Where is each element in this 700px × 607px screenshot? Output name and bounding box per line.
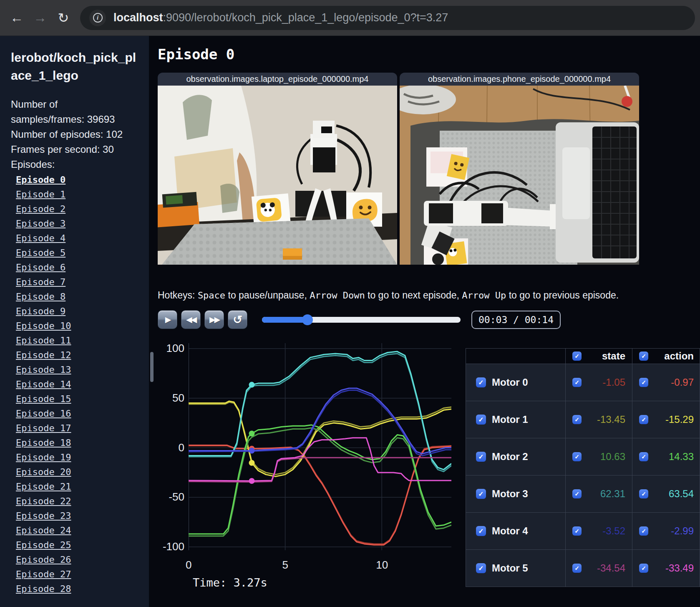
action-value-checkbox[interactable]: ✓ — [639, 489, 648, 498]
episode-link[interactable]: Episode 6 — [16, 262, 65, 273]
state-value: -34.54 — [597, 562, 625, 574]
action-value: -33.49 — [665, 562, 694, 574]
episode-list-item: Episode 16 — [11, 407, 139, 421]
episode-list: Episode 0Episode 1Episode 2Episode 3Epis… — [11, 173, 139, 597]
motor-row-checkbox[interactable]: ✓ — [476, 563, 486, 573]
episode-link[interactable]: Episode 27 — [16, 569, 71, 579]
state-value-checkbox[interactable]: ✓ — [572, 415, 582, 424]
state-value-checkbox[interactable]: ✓ — [572, 378, 582, 387]
motor-row-checkbox[interactable]: ✓ — [476, 377, 486, 387]
episode-link[interactable]: Episode 0 — [16, 175, 65, 185]
episode-link[interactable]: Episode 3 — [16, 218, 65, 229]
episode-link[interactable]: Episode 11 — [16, 335, 71, 346]
state-value: -3.52 — [602, 525, 625, 537]
episode-list-item: Episode 13 — [11, 363, 139, 377]
episode-link[interactable]: Episode 20 — [16, 467, 71, 477]
reload-icon[interactable]: ↻ — [52, 6, 75, 30]
motor-row-checkbox[interactable]: ✓ — [476, 489, 486, 499]
fast-forward-icon: ▶▶ — [209, 315, 219, 324]
dataset-stat: Number of — [11, 97, 139, 112]
episode-link[interactable]: Episode 7 — [16, 277, 65, 287]
action-value-checkbox[interactable]: ✓ — [639, 378, 648, 387]
motor-row-checkbox[interactable]: ✓ — [476, 415, 486, 425]
cursor-dot-motor-1 — [249, 460, 254, 466]
loop-button[interactable]: ↺ — [228, 310, 247, 329]
episode-link[interactable]: Episode 8 — [16, 291, 65, 302]
slider-thumb[interactable] — [302, 314, 313, 325]
episode-link[interactable]: Episode 25 — [16, 540, 71, 550]
episode-link[interactable]: Episode 14 — [16, 379, 71, 389]
y-axis-tick: -50 — [158, 491, 184, 503]
motor-label-cell: ✓Motor 2 — [466, 438, 565, 475]
video-panel-phone: observation.images.phone_episode_000000.… — [400, 73, 639, 265]
hotkeys-segment: to go to next episode, — [365, 290, 462, 301]
episode-list-item: Episode 11 — [11, 334, 139, 348]
state-header-cell: ✓ state — [565, 349, 632, 364]
episode-link[interactable]: Episode 21 — [16, 481, 71, 492]
state-value-checkbox[interactable]: ✓ — [572, 564, 582, 573]
motor-row: ✓Motor 0✓-1.05✓-0.97 — [466, 364, 700, 401]
motor-row-checkbox[interactable]: ✓ — [476, 452, 486, 462]
episode-list-item: Episode 14 — [11, 377, 139, 392]
episode-link[interactable]: Episode 26 — [16, 554, 71, 565]
motor-row-checkbox[interactable]: ✓ — [476, 526, 486, 536]
action-value: 63.54 — [669, 488, 694, 500]
rewind-button[interactable]: ◀◀ — [181, 310, 201, 329]
motor-row: ✓Motor 5✓-34.54✓-33.49 — [466, 550, 700, 587]
controller-device — [158, 192, 199, 228]
episode-link[interactable]: Episode 10 — [16, 321, 71, 331]
action-header-cell: ✓ action — [632, 349, 700, 364]
state-value-checkbox[interactable]: ✓ — [572, 526, 582, 536]
main-scrollbar-thumb[interactable] — [150, 352, 154, 382]
address-bar[interactable]: i localhost:9090/lerobot/koch_pick_place… — [80, 6, 695, 30]
episode-link[interactable]: Episode 12 — [16, 350, 71, 360]
state-header-label: state — [602, 350, 625, 362]
fast-forward-button[interactable]: ▶▶ — [204, 310, 224, 329]
back-icon[interactable]: ← — [5, 6, 28, 30]
hotkeys-help: Hotkeys: Space to pause/unpause, Arrow D… — [158, 290, 700, 301]
episode-link[interactable]: Episode 22 — [16, 496, 71, 506]
episode-link[interactable]: Episode 15 — [16, 394, 71, 404]
sidebar: lerobot/koch_pick_place_1_lego Number of… — [0, 36, 149, 607]
action-value-checkbox[interactable]: ✓ — [639, 526, 648, 536]
motor-label-cell: ✓Motor 0 — [466, 364, 565, 401]
action-column-checkbox[interactable]: ✓ — [639, 352, 648, 361]
episode-link[interactable]: Episode 17 — [16, 423, 71, 433]
episode-link[interactable]: Episode 5 — [16, 248, 65, 258]
episode-link[interactable]: Episode 2 — [16, 204, 65, 214]
dataset-stat: Number of episodes: 102 — [11, 127, 139, 142]
state-column-checkbox[interactable]: ✓ — [572, 352, 582, 361]
episode-list-item: Episode 0 — [11, 173, 139, 187]
motor-label: Motor 4 — [492, 525, 528, 537]
action-value-checkbox[interactable]: ✓ — [639, 415, 648, 424]
episode-link[interactable]: Episode 24 — [16, 525, 71, 536]
browser-chrome: ← → ↻ i localhost:9090/lerobot/koch_pick… — [0, 0, 700, 36]
dataset-stat: Frames per second: 30 — [11, 142, 139, 157]
seek-slider[interactable] — [262, 314, 461, 325]
episode-link[interactable]: Episode 19 — [16, 452, 71, 463]
episode-link[interactable]: Episode 4 — [16, 233, 65, 243]
state-value-checkbox[interactable]: ✓ — [572, 489, 582, 498]
episode-link[interactable]: Episode 9 — [16, 306, 65, 316]
motor-label: Motor 2 — [492, 451, 528, 463]
episode-link[interactable]: Episode 1 — [16, 189, 65, 200]
action-value-cell: ✓14.33 — [632, 438, 700, 475]
episode-link[interactable]: Episode 28 — [16, 584, 71, 594]
video-frame-laptop[interactable] — [158, 86, 397, 265]
episode-link[interactable]: Episode 18 — [16, 438, 71, 448]
play-button[interactable]: ▶ — [158, 310, 177, 329]
forward-icon[interactable]: → — [28, 6, 52, 30]
state-value: 62.31 — [600, 488, 625, 500]
episode-list-item: Episode 23 — [11, 509, 139, 524]
action-value-checkbox[interactable]: ✓ — [639, 564, 648, 573]
action-value: -15.29 — [665, 414, 694, 425]
site-info-icon[interactable]: i — [89, 10, 106, 26]
video-frame-phone[interactable] — [400, 86, 639, 265]
motor-label: Motor 1 — [492, 414, 528, 425]
action-value-checkbox[interactable]: ✓ — [639, 452, 648, 461]
episode-link[interactable]: Episode 16 — [16, 408, 71, 419]
video-panel-laptop: observation.images.laptop_episode_000000… — [158, 73, 397, 265]
state-value-checkbox[interactable]: ✓ — [572, 452, 582, 461]
episode-link[interactable]: Episode 13 — [16, 364, 71, 375]
episode-link[interactable]: Episode 23 — [16, 511, 71, 521]
